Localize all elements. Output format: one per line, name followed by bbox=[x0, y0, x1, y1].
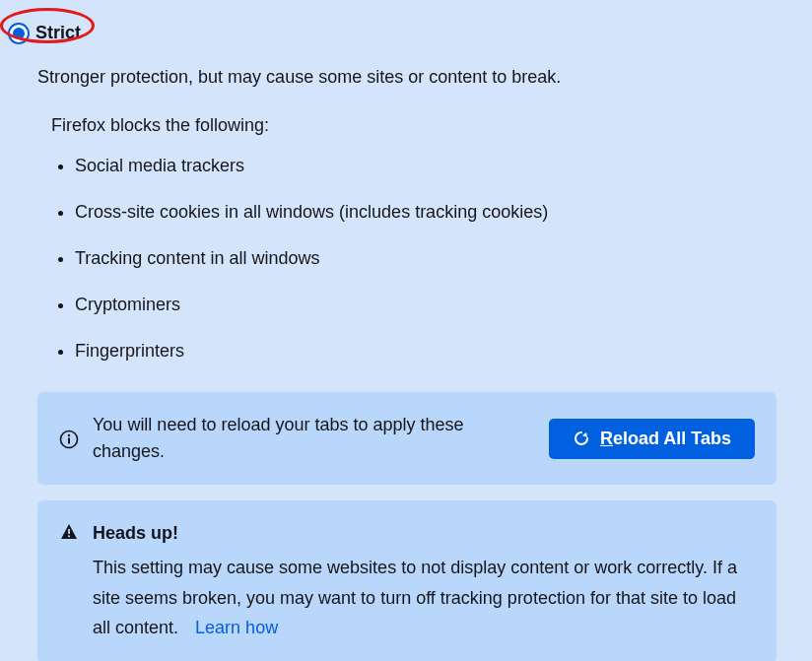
list-item: Tracking content in all windows bbox=[75, 245, 777, 272]
learn-how-link[interactable]: Learn how bbox=[195, 618, 278, 637]
reload-message: You will need to reload your tabs to app… bbox=[93, 412, 535, 465]
reload-button-label: Reload All Tabs bbox=[600, 429, 731, 449]
reload-all-tabs-button[interactable]: Reload All Tabs bbox=[549, 419, 755, 459]
list-item: Cryptominers bbox=[75, 292, 777, 318]
reload-icon bbox=[573, 430, 590, 447]
list-item: Fingerprinters bbox=[75, 338, 777, 364]
svg-point-1 bbox=[68, 434, 70, 436]
svg-rect-2 bbox=[68, 438, 70, 444]
headsup-text: This setting may cause some websites to … bbox=[93, 553, 755, 643]
headsup-panel: Heads up! This setting may cause some we… bbox=[37, 500, 777, 661]
headsup-body: This setting may cause some websites to … bbox=[93, 558, 737, 637]
strict-option-label: Strict bbox=[35, 20, 81, 46]
blocks-list: Social media trackers Cross-site cookies… bbox=[57, 153, 777, 364]
radio-checked-icon bbox=[8, 23, 30, 44]
svg-point-4 bbox=[68, 535, 70, 537]
headsup-title: Heads up! bbox=[93, 520, 755, 547]
info-icon bbox=[59, 428, 79, 449]
strict-option-row[interactable]: Strict bbox=[8, 20, 777, 46]
list-item: Social media trackers bbox=[75, 153, 777, 179]
list-item: Cross-site cookies in all windows (inclu… bbox=[75, 199, 777, 226]
strict-description: Stronger protection, but may cause some … bbox=[37, 64, 777, 91]
svg-rect-3 bbox=[68, 529, 70, 534]
reload-panel: You will need to reload your tabs to app… bbox=[37, 392, 777, 485]
warning-icon bbox=[59, 520, 79, 643]
blocks-intro: Firefox blocks the following: bbox=[51, 112, 777, 139]
